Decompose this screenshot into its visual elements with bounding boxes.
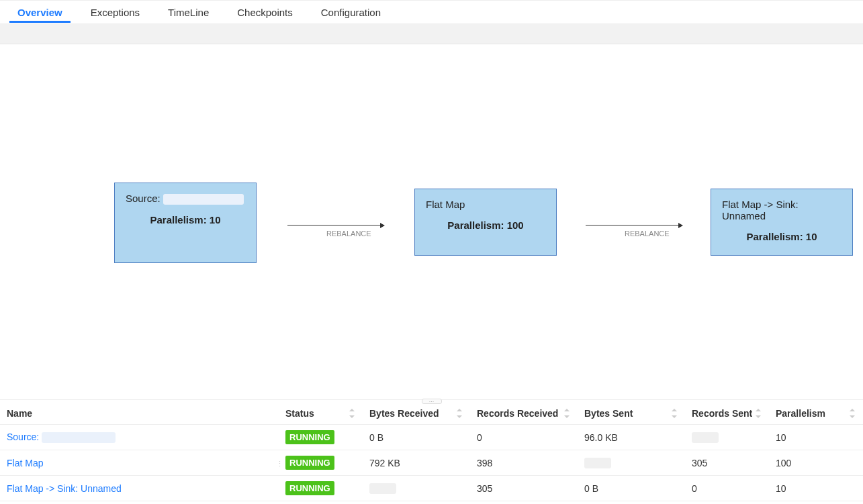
- cell-records-sent: 0: [685, 476, 769, 501]
- cell-records-received: 0: [470, 425, 578, 450]
- cell-bytes-received: 0 B: [363, 425, 470, 450]
- node-title: Flat Map -> Sink: Unnamed: [722, 199, 842, 221]
- graph-node-flatmap[interactable]: Flat MapParallelism: 100: [414, 189, 557, 256]
- operator-name-link[interactable]: Flat Map: [7, 458, 43, 468]
- tab-configuration[interactable]: Configuration: [309, 3, 393, 22]
- col-header-name[interactable]: Name: [0, 403, 279, 425]
- col-header-records-received[interactable]: Records Received: [470, 403, 578, 425]
- node-parallelism: Parallelism: 10: [126, 214, 245, 225]
- table-row: Source: RUNNING0 B096.0 KB10: [0, 425, 863, 450]
- cell-bytes-sent: 0 B: [578, 476, 685, 501]
- col-header-status[interactable]: Status: [279, 403, 363, 425]
- cell-bytes-sent: 96.0 KB: [578, 425, 685, 450]
- cell-bytes-sent: [578, 450, 685, 476]
- edge-label: REBALANCE: [326, 230, 371, 238]
- status-badge: RUNNING: [285, 481, 334, 495]
- sort-icon: [850, 409, 856, 418]
- operator-name-link[interactable]: Flat Map -> Sink: Unnamed: [7, 483, 122, 494]
- tab-overview[interactable]: Overview: [5, 3, 75, 22]
- column-resize-grip[interactable]: ⋮: [277, 427, 281, 501]
- cell-bytes-received: [363, 476, 470, 501]
- node-parallelism: Parallelism: 100: [426, 219, 545, 231]
- edge-label: REBALANCE: [625, 230, 670, 238]
- sort-icon: [349, 409, 356, 418]
- col-header-bytes-sent[interactable]: Bytes Sent: [578, 403, 685, 425]
- cell-records-sent: 305: [685, 450, 769, 476]
- sort-icon: [672, 409, 678, 418]
- col-header-bytes-received[interactable]: Bytes Received: [363, 403, 470, 425]
- node-parallelism: Parallelism: 10: [722, 231, 842, 242]
- graph-node-source[interactable]: Source: Parallelism: 10: [114, 183, 257, 263]
- graph-edge: [287, 225, 384, 225]
- graph-edge: [586, 225, 682, 225]
- sort-icon: [564, 409, 571, 418]
- cell-records-sent: [685, 425, 769, 450]
- col-header-parallelism[interactable]: Parallelism: [769, 403, 863, 425]
- tab-checkpoints[interactable]: Checkpoints: [225, 3, 305, 22]
- table-header-row: Name Status Bytes Received Records Recei…: [0, 403, 863, 425]
- cell-records-received: 398: [470, 450, 578, 476]
- tab-bar: Overview Exceptions TimeLine Checkpoints…: [0, 0, 863, 24]
- col-header-records-sent[interactable]: Records Sent: [685, 403, 769, 425]
- sort-icon: [457, 409, 463, 418]
- tab-exceptions[interactable]: Exceptions: [79, 3, 152, 22]
- table-row: Flat MapRUNNING792 KB398305100: [0, 450, 863, 476]
- table-row: Flat Map -> Sink: UnnamedRUNNING3050 B01…: [0, 476, 863, 501]
- cell-bytes-received: 792 KB: [363, 450, 470, 476]
- secondary-bar: [0, 24, 863, 44]
- node-title: Flat Map: [426, 199, 545, 210]
- operator-name-link[interactable]: Source:: [7, 432, 116, 442]
- operator-table-wrap: ··· Name Status Bytes Received Records R…: [0, 403, 863, 501]
- sort-icon: [756, 409, 762, 418]
- tab-timeline[interactable]: TimeLine: [156, 3, 221, 22]
- cell-parallelism: 100: [769, 450, 863, 476]
- cell-parallelism: 10: [769, 425, 863, 450]
- status-badge: RUNNING: [285, 430, 334, 444]
- node-title: Source:: [126, 193, 245, 205]
- cell-parallelism: 10: [769, 476, 863, 501]
- job-graph[interactable]: Source: Parallelism: 10Flat MapParalleli…: [0, 44, 863, 400]
- operator-table: Name Status Bytes Received Records Recei…: [0, 403, 863, 501]
- status-badge: RUNNING: [285, 456, 334, 470]
- cell-records-received: 305: [470, 476, 578, 501]
- graph-node-sink[interactable]: Flat Map -> Sink: UnnamedParallelism: 10: [711, 189, 853, 256]
